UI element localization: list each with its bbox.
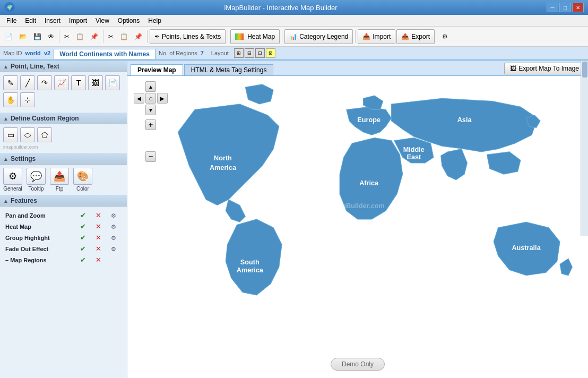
tab-html-meta[interactable]: HTML & Meta Tag Settings <box>184 64 274 75</box>
heat-map-x[interactable]: ✕ <box>96 222 101 230</box>
pan-zoom-settings[interactable]: ⚙ <box>111 212 116 219</box>
minimize-button[interactable]: ─ <box>547 3 558 12</box>
settings-color[interactable]: 🎨 Color <box>73 168 92 192</box>
points-lines-text-button[interactable]: ✒ Points, Lines & Texts <box>150 29 226 44</box>
chart-tool[interactable]: 📈 <box>54 75 69 90</box>
layout-btn-1[interactable]: ⊞ <box>234 48 244 58</box>
crosshair-tool[interactable]: ⊹ <box>20 92 35 107</box>
settings-general[interactable]: ⚙ General <box>3 168 22 192</box>
import-icon: 📥 <box>362 33 370 40</box>
document-tool[interactable]: 📄 <box>105 75 120 90</box>
custom-region-section-header[interactable]: ▲ Define Custom Region <box>0 113 127 124</box>
nav-up-button[interactable]: ▲ <box>145 81 156 92</box>
india-region[interactable] <box>441 149 468 180</box>
group-highlight-x[interactable]: ✕ <box>96 234 101 242</box>
preview-button[interactable]: 👁 <box>45 29 57 45</box>
open-button[interactable]: 📂 <box>16 29 30 45</box>
ellipse-region-tool[interactable]: ⬭ <box>20 127 35 142</box>
central-america-region[interactable] <box>226 200 245 222</box>
menu-file[interactable]: File <box>2 16 21 25</box>
new-button[interactable]: 📄 <box>2 29 15 45</box>
map-regions-check[interactable]: ✔ <box>80 256 86 264</box>
heat-map-color-icon <box>235 33 244 40</box>
africa-label: Africa <box>359 179 379 187</box>
pan-tool[interactable]: ✋ <box>3 92 18 107</box>
curve-tool[interactable]: ↷ <box>37 75 52 90</box>
menu-import[interactable]: Import <box>65 16 91 25</box>
regions-label: No. of Regions <box>159 50 197 56</box>
heat-map-check[interactable]: ✔ <box>80 222 86 230</box>
settings-tooltip[interactable]: 💬 Tooltip <box>27 168 46 192</box>
group-highlight-settings[interactable]: ⚙ <box>111 235 116 241</box>
middle-east-label: Middle <box>403 146 425 153</box>
map-tab-world-continents[interactable]: World Continents with Names <box>54 49 155 59</box>
nav-row-down: ▼ <box>145 105 156 115</box>
new-zealand-region[interactable] <box>560 259 572 276</box>
export-map-image-button[interactable]: 🖼 Export Map To Image <box>504 63 585 74</box>
toolbar-separator-6 <box>355 30 356 43</box>
fade-out-x[interactable]: ✕ <box>96 245 101 253</box>
nav-left-button[interactable]: ◀ <box>134 93 144 104</box>
settings-button[interactable]: ⚙ <box>439 29 451 45</box>
cut2-button[interactable]: ✂ <box>106 29 116 45</box>
pan-zoom-check[interactable]: ✔ <box>80 211 86 219</box>
australia-label: Australia <box>512 244 541 252</box>
copy2-button[interactable]: 📋 <box>117 29 131 45</box>
heat-map-button[interactable]: Heat Map <box>230 29 280 44</box>
north-america-label: North <box>214 154 232 162</box>
layout-btn-3[interactable]: ⊡ <box>255 48 265 58</box>
nav-down-button[interactable]: ▼ <box>145 105 156 115</box>
import-button[interactable]: 📥 Import <box>358 29 395 44</box>
layout-btn-2[interactable]: ⊟ <box>245 48 254 58</box>
southeast-asia-region[interactable] <box>487 152 521 174</box>
image-tool[interactable]: 🖼 <box>88 75 103 90</box>
south-america-region[interactable] <box>226 219 282 295</box>
pencil-tool[interactable]: ✎ <box>3 75 18 90</box>
pan-zoom-x[interactable]: ✕ <box>96 211 101 219</box>
copy-button[interactable]: 📋 <box>73 29 87 45</box>
close-button[interactable]: ✕ <box>572 3 584 12</box>
paste2-button[interactable]: 📌 <box>132 29 145 45</box>
settings-ftp[interactable]: 📤 Ftp <box>50 168 69 192</box>
vscroll-thumb[interactable] <box>582 62 587 78</box>
tools-row-1: ✎ ╱ ↷ 📈 T 🖼 📄 <box>3 75 124 90</box>
menu-insert[interactable]: Insert <box>40 16 65 25</box>
toolbar-separator-5 <box>282 30 282 43</box>
nav-home-button[interactable]: ⌂ <box>145 93 156 104</box>
polygon-region-tool[interactable]: ⬠ <box>37 127 52 142</box>
line-tool[interactable]: ╱ <box>20 75 35 90</box>
map-vscrollbar[interactable] <box>581 61 588 236</box>
asia-label: Asia <box>457 116 472 124</box>
app-icon: 🌍 <box>4 2 15 13</box>
menu-options[interactable]: Options <box>114 16 144 25</box>
menu-help[interactable]: Help <box>144 16 166 25</box>
fade-out-check[interactable]: ✔ <box>80 245 86 253</box>
zoom-out-button[interactable]: − <box>145 151 156 162</box>
window-controls: ─ □ ✕ <box>547 3 584 12</box>
nav-right-button[interactable]: ▶ <box>157 93 168 104</box>
layout-btn-4[interactable]: ⊠ <box>266 48 275 58</box>
greenland-region[interactable] <box>245 84 273 104</box>
menu-view[interactable]: View <box>91 16 114 25</box>
menu-edit[interactable]: Edit <box>21 16 40 25</box>
heat-map-settings[interactable]: ⚙ <box>111 224 116 230</box>
map-regions-x[interactable]: ✕ <box>96 256 101 264</box>
maximize-button[interactable]: □ <box>559 3 571 12</box>
export-button[interactable]: 📤 Export <box>396 29 435 44</box>
cut-button[interactable]: ✂ <box>62 29 72 45</box>
paste-button[interactable]: 📌 <box>88 29 101 45</box>
world-map-svg[interactable]: North America South America Europe Afric… <box>127 76 588 323</box>
save-button[interactable]: 💾 <box>31 29 44 45</box>
fade-out-settings[interactable]: ⚙ <box>111 246 116 252</box>
group-highlight-check[interactable]: ✔ <box>80 234 86 242</box>
settings-section-header[interactable]: ▲ Settings <box>0 153 127 165</box>
category-legend-button[interactable]: 📊 Category Legend <box>284 29 353 44</box>
main-area: ▲ Point, Line, Text ✎ ╱ ↷ 📈 T 🖼 📄 ✋ ⊹ ▲ … <box>0 61 588 378</box>
export-image-icon: 🖼 <box>510 65 516 72</box>
features-section-header[interactable]: ▲ Features <box>0 195 127 207</box>
rect-region-tool[interactable]: ▭ <box>3 127 18 142</box>
point-line-text-section-header[interactable]: ▲ Point, Line, Text <box>0 61 127 72</box>
tab-preview-map[interactable]: Preview Map <box>131 64 183 75</box>
zoom-in-button[interactable]: + <box>145 119 156 130</box>
text-tool[interactable]: T <box>71 75 86 90</box>
